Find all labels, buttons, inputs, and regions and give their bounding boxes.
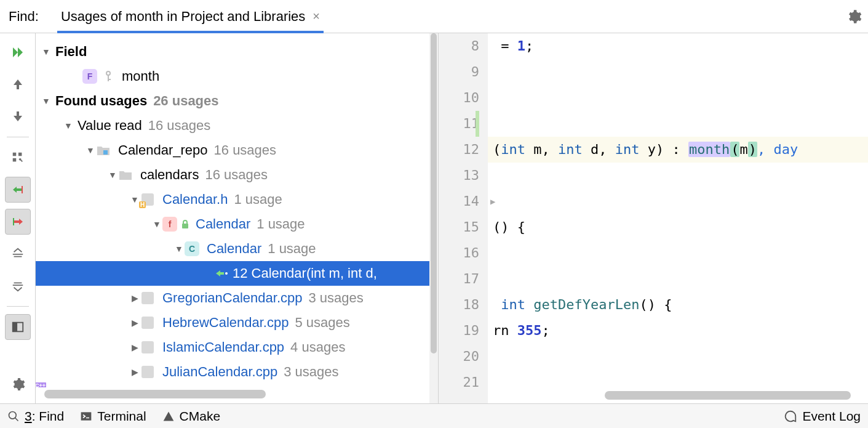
prev-occurrence-icon[interactable] <box>5 71 31 97</box>
chevron-down-icon[interactable] <box>41 96 52 106</box>
tree-row-value-read[interactable]: Value read 16 usages <box>36 113 438 138</box>
code-line: int getDefYearLen() { <box>488 292 868 318</box>
collapse-all-icon[interactable] <box>5 273 31 299</box>
tree-row-hebrew[interactable]: C++ HebrewCalendar.cpp 5 usages <box>36 310 438 335</box>
fold-marker-icon[interactable]: ▶ <box>490 188 495 214</box>
chevron-right-icon[interactable] <box>129 293 140 303</box>
tree-row-repo[interactable]: Calendar_repo 16 usages <box>36 138 438 163</box>
class-calendar: Calendar <box>207 241 261 257</box>
file-hebrew-count: 5 usages <box>295 315 349 331</box>
tree-row-friend-calendar[interactable]: f Calendar 1 usage <box>36 212 438 236</box>
expand-all-icon[interactable] <box>5 241 31 267</box>
gutter-line: 17 <box>439 266 479 292</box>
rerun-icon[interactable] <box>5 39 31 65</box>
navigate-next-icon[interactable] <box>5 209 31 235</box>
gutter-line: 9 <box>439 59 479 85</box>
gutter-line: 15 <box>439 214 479 240</box>
editor-gutter: 8 9 10 11 12 13 14 15 16 17 18 19 20 21 <box>439 33 488 403</box>
friend-badge-icon: f <box>162 217 177 232</box>
gutter-line: 19 <box>439 318 479 344</box>
chevron-down-icon[interactable] <box>41 47 52 57</box>
gutter-line: 13 <box>439 163 479 188</box>
tool-window-cmake[interactable]: CMake <box>162 409 221 424</box>
chevron-right-icon[interactable] <box>129 342 140 352</box>
field-badge-icon: F <box>82 69 97 84</box>
chevron-down-icon[interactable] <box>63 121 74 131</box>
tree-row-found-usages[interactable]: Found usages 26 usages <box>36 89 438 113</box>
navigate-prev-icon[interactable] <box>5 177 31 203</box>
tree-row-julian[interactable]: C++ JulianCalendar.cpp 3 usages <box>36 360 438 384</box>
chevron-right-icon[interactable] <box>129 367 140 377</box>
usages-tree[interactable]: Field F month Found usages 26 usages Val… <box>36 33 438 403</box>
found-usages-label: Found usages <box>55 93 147 109</box>
find-header: Find: Usages of month in Project and Lib… <box>0 0 868 33</box>
gutter-line: 10 <box>439 85 479 111</box>
find-label: Find: <box>9 9 39 25</box>
header-file-icon: H <box>140 192 155 207</box>
file-gregorian-count: 3 usages <box>308 290 363 306</box>
chevron-down-icon[interactable] <box>107 170 118 180</box>
code-line-highlighted: (int m, int d, int y) : month(m), day <box>488 137 868 163</box>
svg-rect-9 <box>182 224 188 228</box>
file-julian-count: 3 usages <box>284 364 338 380</box>
repo-count: 16 usages <box>214 142 277 158</box>
key-icon <box>103 70 113 83</box>
chevron-down-icon[interactable] <box>151 219 162 229</box>
gutter-line: 21 <box>439 369 479 395</box>
code-line: = 1; <box>488 33 868 59</box>
tree-row-class-calendar[interactable]: C Calendar 1 usage <box>36 236 438 261</box>
terminal-icon <box>80 410 92 422</box>
file-julian: JulianCalendar.cpp <box>162 364 277 380</box>
folder-icon <box>118 168 133 182</box>
chevron-right-icon[interactable] <box>129 318 140 328</box>
folder-count: 16 usages <box>205 167 268 183</box>
tree-horizontal-scrollbar[interactable] <box>44 390 429 398</box>
event-log[interactable]: Event Log <box>784 409 861 424</box>
code-line <box>488 111 868 137</box>
close-tab-icon[interactable]: × <box>313 9 320 23</box>
cpp-file-icon: C++ <box>140 365 155 379</box>
gutter-line: 20 <box>439 344 479 369</box>
tool-window-terminal[interactable]: Terminal <box>80 409 146 424</box>
gutter-line: 8 <box>439 33 479 59</box>
field-header-label: Field <box>55 44 87 60</box>
field-name: month <box>122 68 159 84</box>
gear-icon[interactable] <box>846 9 862 25</box>
tree-row-usage-selected[interactable]: 12 Calendar(int m, int d, <box>36 261 438 286</box>
usage-text: Calendar(int m, int d, <box>252 265 377 281</box>
find-tab[interactable]: Usages of month in Project and Libraries… <box>57 0 324 33</box>
module-icon <box>96 143 111 158</box>
cmake-icon <box>162 410 175 422</box>
preview-editor[interactable]: 8 9 10 11 12 13 14 15 16 17 18 19 20 21 … <box>438 33 868 403</box>
value-read-label: Value read <box>78 118 142 134</box>
chevron-down-icon[interactable] <box>85 145 96 155</box>
code-line <box>488 266 868 292</box>
settings-icon[interactable] <box>5 371 31 397</box>
gutter-line: 11 <box>439 111 479 137</box>
next-occurrence-icon[interactable] <box>5 103 31 129</box>
svg-point-5 <box>106 71 110 75</box>
code-line <box>488 59 868 85</box>
tree-row-islamic[interactable]: C++ IslamicCalendar.cpp 4 usages <box>36 335 438 360</box>
cpp-file-icon: C++ <box>140 340 155 355</box>
usage-highlight: month <box>688 142 730 157</box>
tree-vertical-scrollbar[interactable] <box>429 33 438 403</box>
cpp-file-icon: C++ <box>140 315 155 330</box>
tree-row-folder[interactable]: calendars 16 usages <box>36 163 438 187</box>
export-icon[interactable] <box>5 145 31 171</box>
chevron-down-icon[interactable] <box>173 244 185 254</box>
repo-label: Calendar_repo <box>118 142 208 158</box>
file-calendar-h-count: 1 usage <box>234 192 282 208</box>
preview-toggle-icon[interactable] <box>5 314 31 340</box>
editor-code[interactable]: = 1; (int m, int d, int y) : month(m), d… <box>488 33 868 403</box>
tree-row-gregorian[interactable]: C++ GregorianCalendar.cpp 3 usages <box>36 286 438 310</box>
file-islamic-count: 4 usages <box>290 339 345 355</box>
tree-row-field[interactable]: F month <box>36 64 438 89</box>
class-calendar-count: 1 usage <box>268 241 316 257</box>
tree-row-field-header[interactable]: Field <box>36 39 438 64</box>
svg-point-11 <box>9 411 17 419</box>
tree-row-calendar-h[interactable]: H Calendar.h 1 usage <box>36 187 438 212</box>
editor-horizontal-scrollbar[interactable] <box>543 391 856 400</box>
tool-window-find[interactable]: 3: Find <box>7 409 64 424</box>
value-read-count: 16 usages <box>148 118 211 134</box>
